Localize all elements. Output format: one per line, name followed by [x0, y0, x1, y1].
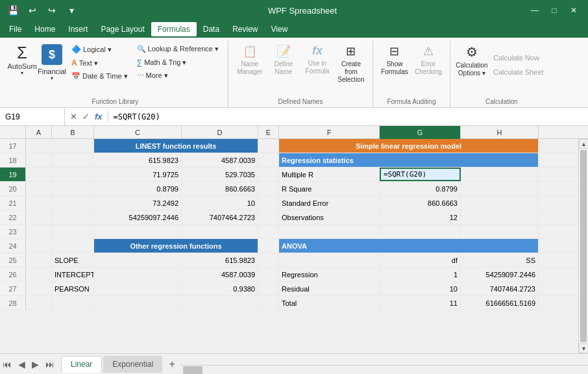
cell-b23[interactable]	[52, 225, 94, 238]
cell-b25[interactable]: SLOPE	[52, 253, 94, 267]
cell-b28[interactable]	[52, 296, 94, 310]
cell-b17[interactable]	[52, 139, 94, 153]
date-time-dropdown-btn[interactable]: 📅 Date & Time ▾	[67, 70, 132, 82]
menu-file[interactable]: File	[3, 22, 28, 36]
cell-g21[interactable]: 860.6663	[380, 196, 461, 210]
autosum-btn[interactable]: Σ AutoSum ▾	[8, 42, 36, 87]
cell-d28[interactable]	[182, 296, 258, 310]
col-header-h[interactable]: H	[461, 126, 539, 139]
cell-c18[interactable]: 615.9823	[94, 153, 182, 167]
math-trig-dropdown-btn[interactable]: ∑ Math & Trig ▾	[133, 56, 223, 69]
cell-f22[interactable]: Observations	[279, 210, 380, 224]
cell-g25[interactable]: df	[380, 253, 461, 267]
col-header-f[interactable]: F	[279, 126, 380, 139]
cancel-btn[interactable]: ✕	[69, 110, 79, 123]
col-header-b[interactable]: B	[52, 126, 94, 139]
scroll-up-btn[interactable]: ▲	[579, 139, 588, 149]
cell-b20[interactable]	[52, 182, 94, 195]
horizontal-scrollbar[interactable]	[180, 365, 588, 374]
error-checking-btn[interactable]: ⚠ ErrorChecking	[412, 42, 445, 86]
cell-b26[interactable]: INTERCEPT	[52, 268, 94, 281]
cell-a23[interactable]	[26, 225, 52, 238]
cell-c25[interactable]	[94, 253, 182, 267]
cell-a17[interactable]	[26, 139, 52, 153]
sheet-tab-linear[interactable]: Linear	[61, 356, 102, 373]
cell-f19[interactable]: Multiple R	[279, 168, 380, 181]
cell-h27[interactable]: 7407464.2723	[461, 282, 539, 295]
cell-c20[interactable]: 0.8799	[94, 182, 182, 195]
cell-g26[interactable]: 1	[380, 268, 461, 281]
minimize-btn[interactable]: —	[526, 1, 544, 19]
cell-d23[interactable]	[182, 225, 258, 238]
cell-a25[interactable]	[26, 253, 52, 267]
cell-f28[interactable]: Total	[279, 296, 380, 310]
cell-g27[interactable]: 10	[380, 282, 461, 295]
text-dropdown-btn[interactable]: A Text ▾	[67, 56, 132, 69]
cell-b24[interactable]	[52, 239, 94, 253]
menu-view[interactable]: View	[265, 22, 295, 36]
undo-quickaccess-btn[interactable]: ↩	[25, 3, 40, 18]
cell-e19[interactable]	[258, 168, 279, 181]
cell-a21[interactable]	[26, 196, 52, 210]
cell-b21[interactable]	[52, 196, 94, 210]
financial-btn[interactable]: $ Financial ▾	[38, 42, 66, 87]
col-header-g[interactable]: G	[380, 126, 461, 139]
insert-function-btn[interactable]: fx	[93, 110, 104, 123]
cell-c28[interactable]	[94, 296, 182, 310]
show-formulas-btn[interactable]: ⊟ ShowFormulas	[378, 42, 411, 86]
cell-b22[interactable]	[52, 210, 94, 224]
cell-h21[interactable]	[461, 196, 539, 210]
cell-e25[interactable]	[258, 253, 279, 267]
cell-d27[interactable]: 0.9380	[182, 282, 258, 295]
cell-c19[interactable]: 71.9725	[94, 168, 182, 181]
tab-last-btn[interactable]: ⏭	[43, 358, 57, 371]
cell-e24[interactable]	[258, 239, 279, 253]
cell-d20[interactable]: 860.6663	[182, 182, 258, 195]
logical-dropdown-btn[interactable]: 🔷 Logical ▾	[67, 43, 132, 56]
scroll-down-btn[interactable]: ▼	[579, 343, 588, 353]
sheet-tab-exponential[interactable]: Exponential	[103, 356, 162, 373]
cell-a19[interactable]	[26, 168, 52, 181]
tab-next-btn[interactable]: ▶	[29, 358, 42, 371]
more-dropdown-btn[interactable]: ⋯ More ▾	[133, 69, 223, 82]
menu-home[interactable]: Home	[28, 22, 62, 36]
use-in-formula-btn[interactable]: fx Use inFormula	[301, 42, 334, 86]
cell-f23[interactable]	[279, 225, 380, 238]
cell-e18[interactable]	[258, 153, 279, 167]
cell-e28[interactable]	[258, 296, 279, 310]
cell-d26[interactable]: 4587.0039	[182, 268, 258, 281]
calculate-now-btn[interactable]: Calculate Now	[489, 52, 548, 64]
cell-h26[interactable]: 54259097.2446	[461, 268, 539, 281]
cell-e20[interactable]	[258, 182, 279, 195]
cell-h20[interactable]	[461, 182, 539, 195]
cell-a20[interactable]	[26, 182, 52, 195]
col-header-e[interactable]: E	[258, 126, 279, 139]
col-header-a[interactable]: A	[26, 126, 52, 139]
maximize-btn[interactable]: □	[545, 1, 563, 19]
h-scroll-thumb[interactable]	[183, 366, 202, 374]
define-name-btn[interactable]: 📝 DefineName	[267, 42, 300, 86]
cell-a24[interactable]	[26, 239, 52, 253]
cell-c22[interactable]: 54259097.2446	[94, 210, 182, 224]
cell-e22[interactable]	[258, 210, 279, 224]
tab-prev-btn[interactable]: ◀	[16, 358, 28, 371]
formula-input[interactable]: =SQRT(G20)	[108, 112, 588, 121]
cell-b19[interactable]	[52, 168, 94, 181]
name-manager-btn[interactable]: 📋 NameManager	[234, 42, 266, 86]
cell-c26[interactable]	[94, 268, 182, 281]
cell-d22[interactable]: 7407464.2723	[182, 210, 258, 224]
cell-b18[interactable]	[52, 153, 94, 167]
cell-d19[interactable]: 529.7035	[182, 168, 258, 181]
cell-a28[interactable]	[26, 296, 52, 310]
menu-data[interactable]: Data	[197, 22, 226, 36]
scroll-thumb[interactable]	[580, 150, 587, 342]
redo-quickaccess-btn[interactable]: ↪	[44, 3, 60, 18]
cell-d21[interactable]: 10	[182, 196, 258, 210]
cell-d25[interactable]: 615.9823	[182, 253, 258, 267]
menu-formulas[interactable]: Formulas	[151, 22, 197, 36]
cell-h22[interactable]	[461, 210, 539, 224]
cell-a22[interactable]	[26, 210, 52, 224]
menu-review[interactable]: Review	[226, 22, 264, 36]
cell-e26[interactable]	[258, 268, 279, 281]
create-from-selection-btn[interactable]: ⊞ Create fromSelection	[335, 42, 367, 86]
